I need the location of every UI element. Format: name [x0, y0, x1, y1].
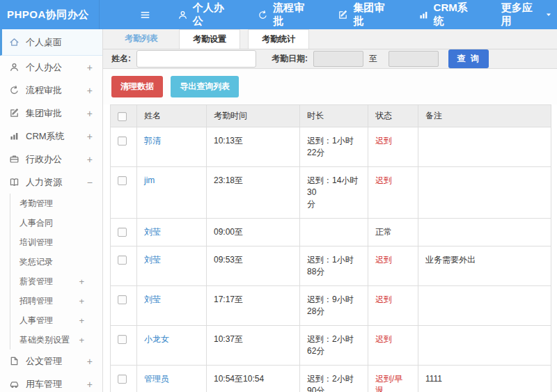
sidebar-subitem-7[interactable]: 人事管理+	[10, 311, 102, 330]
sidebar-subitem-5[interactable]: 薪资管理+	[10, 272, 102, 291]
employee-name-link[interactable]: 刘莹	[144, 255, 161, 265]
expand-toggle[interactable]: +	[79, 335, 84, 345]
duration: 迟到：2小时62分	[300, 326, 368, 366]
status-badge: 迟到/早退	[375, 374, 402, 392]
sidebar-item-4[interactable]: 集团审批+	[0, 102, 102, 125]
sidebar-subitem-4[interactable]: 奖惩记录	[10, 252, 102, 272]
remark: 业务需要外出	[418, 246, 551, 286]
employee-name-link[interactable]: 郭清	[144, 136, 161, 146]
table-row: 刘莹09:00至正常	[111, 219, 551, 246]
hamburger-menu-icon[interactable]	[139, 9, 151, 21]
duration: 迟到：14小时30 分	[300, 167, 368, 219]
status-badge: 迟到	[375, 175, 392, 185]
row-checkbox[interactable]	[118, 136, 127, 146]
row-checkbox[interactable]	[118, 295, 127, 304]
employee-name-link[interactable]: 管理员	[144, 374, 169, 384]
name-input[interactable]	[136, 50, 256, 68]
topnav-item-3[interactable]: 集团审批	[338, 1, 391, 28]
sidebar-item-label: 行政办公	[26, 153, 62, 166]
status-badge: 迟到	[375, 255, 392, 265]
clean-data-button[interactable]: 清理数据	[111, 76, 163, 97]
topnav-item-5[interactable]: 更多应用	[501, 1, 557, 28]
expand-toggle[interactable]: +	[79, 276, 84, 287]
search-button[interactable]: 查 询	[448, 49, 489, 68]
topnav-item-label: CRM系统	[434, 1, 475, 28]
sidebar-item-2[interactable]: 个人办公+	[0, 56, 102, 79]
table-row: 郭清10:13至迟到：1小时22分迟到	[111, 127, 551, 167]
sidebar-subitem-1[interactable]: 考勤管理	[10, 194, 102, 213]
duration: 迟到：9小时28分	[300, 286, 368, 326]
tab-2[interactable]: 考勤设置	[179, 29, 240, 49]
topnav-item-label: 个人办公	[193, 1, 231, 28]
action-bar: 清理数据 导出查询列表	[103, 69, 557, 104]
topnav-item-2[interactable]: 流程审批	[258, 1, 311, 28]
date-start-input[interactable]	[313, 51, 363, 67]
expand-toggle[interactable]: +	[87, 379, 93, 390]
sidebar-item-9[interactable]: 用车管理+	[0, 373, 102, 392]
sidebar-item-label: CRM系统	[26, 130, 65, 143]
sidebar-item-label: 人力资源	[26, 176, 62, 189]
column-header: 姓名	[137, 105, 207, 127]
export-list-button[interactable]: 导出查询列表	[171, 76, 239, 97]
sidebar-subitem-label: 人事管理	[19, 315, 53, 327]
main-content: 考勤列表考勤设置考勤统计 姓名: 考勤日期: 至 查 询 清理数据 导出查询列表…	[103, 29, 557, 392]
expand-toggle[interactable]: +	[87, 85, 93, 96]
status-badge: 迟到	[375, 136, 392, 146]
expand-toggle[interactable]: −	[87, 177, 93, 188]
row-checkbox[interactable]	[118, 176, 127, 185]
sidebar-item-6[interactable]: 行政办公+	[0, 148, 102, 171]
employee-name-link[interactable]: 小龙女	[144, 334, 169, 344]
tab-1[interactable]: 考勤列表	[111, 29, 171, 49]
attendance-time: 17:17至	[207, 286, 300, 326]
home-icon	[9, 37, 19, 47]
employee-name-link[interactable]: 刘莹	[144, 227, 161, 237]
expand-toggle[interactable]: +	[87, 356, 93, 367]
remark	[418, 167, 551, 219]
attendance-table-wrap: 姓名考勤时间时长状态备注 郭清10:13至迟到：1小时22分迟到jim23:18…	[103, 104, 557, 392]
sidebar-item-label: 集团审批	[26, 107, 62, 120]
chart-icon	[9, 131, 19, 141]
select-all-checkbox[interactable]	[118, 112, 127, 121]
expand-toggle[interactable]: +	[87, 62, 93, 73]
row-checkbox[interactable]	[118, 256, 127, 265]
column-header: 备注	[418, 105, 551, 127]
sidebar-subitem-label: 薪资管理	[19, 276, 53, 288]
sidebar-subitem-3[interactable]: 培训管理	[10, 233, 102, 252]
date-end-input[interactable]	[389, 51, 439, 67]
sidebar-item-1[interactable]: 个人桌面	[0, 29, 102, 56]
chart-icon	[418, 10, 429, 20]
topnav-item-4[interactable]: CRM系统	[418, 1, 475, 28]
name-label: 姓名:	[111, 53, 131, 65]
sidebar-item-7[interactable]: 人力资源−	[0, 171, 102, 194]
sidebar-subitem-label: 奖惩记录	[19, 256, 53, 268]
remark	[418, 286, 551, 326]
doc-icon	[9, 356, 19, 366]
expand-toggle[interactable]: +	[79, 315, 84, 326]
sidebar-subitem-label: 招聘管理	[19, 295, 53, 307]
expand-toggle[interactable]: +	[79, 296, 84, 306]
row-checkbox[interactable]	[118, 375, 127, 384]
expand-toggle[interactable]: +	[87, 108, 93, 119]
date-label: 考勤日期:	[272, 53, 308, 65]
topnav-item-1[interactable]: 个人办公	[178, 1, 231, 28]
status-badge: 迟到	[375, 295, 392, 304]
book-icon	[9, 177, 19, 187]
employee-name-link[interactable]: 刘莹	[144, 295, 161, 304]
sidebar-subitem-6[interactable]: 招聘管理+	[10, 291, 102, 311]
tab-3[interactable]: 考勤统计	[248, 29, 309, 49]
sidebar-item-8[interactable]: 公文管理+	[0, 350, 102, 373]
employee-name-link[interactable]: jim	[144, 175, 155, 185]
sidebar-item-5[interactable]: CRM系统+	[0, 125, 102, 148]
sidebar-subitem-8[interactable]: 基础类别设置+	[10, 330, 102, 350]
user-icon	[178, 10, 188, 20]
attendance-time: 10:37至	[207, 326, 300, 366]
expand-toggle[interactable]: +	[87, 131, 93, 142]
sidebar-subitem-2[interactable]: 人事合同	[10, 213, 102, 233]
duration: 迟到：2小时90分 早退：7小时10分	[300, 366, 368, 392]
row-checkbox[interactable]	[118, 228, 127, 237]
sidebar-item-3[interactable]: 流程审批+	[0, 79, 102, 102]
top-header: PHPOA协同办公软件 个人办公流程审批集团审批CRM系统更多应用	[0, 0, 557, 29]
expand-toggle[interactable]: +	[87, 154, 93, 165]
row-checkbox[interactable]	[118, 335, 127, 344]
table-row: jim23:18至迟到：14小时30 分迟到	[111, 167, 551, 219]
